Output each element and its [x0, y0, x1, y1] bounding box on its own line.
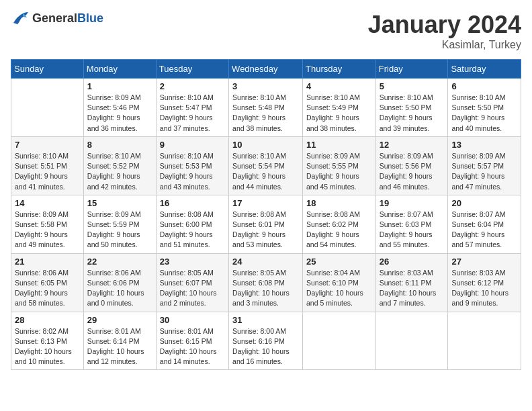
day-number: 16: [160, 198, 225, 208]
day-info: Sunrise: 8:08 AM Sunset: 6:00 PM Dayligh…: [160, 210, 225, 250]
day-number: 8: [87, 140, 152, 150]
logo-bird-icon: [11, 11, 30, 26]
calendar-cell: [11, 79, 84, 137]
day-number: 2: [160, 81, 225, 91]
calendar-cell: [303, 312, 376, 370]
month-title: January 2024: [368, 11, 521, 39]
day-info: Sunrise: 8:01 AM Sunset: 6:14 PM Dayligh…: [87, 326, 152, 367]
day-info: Sunrise: 8:10 AM Sunset: 5:53 PM Dayligh…: [160, 151, 225, 192]
page-header: GeneralBlue January 2024 Kasimlar, Turke…: [11, 11, 521, 51]
day-info: Sunrise: 8:04 AM Sunset: 6:10 PM Dayligh…: [306, 268, 372, 309]
day-number: 21: [15, 257, 80, 267]
day-number: 23: [160, 257, 225, 267]
day-info: Sunrise: 8:07 AM Sunset: 6:03 PM Dayligh…: [380, 210, 445, 250]
day-info: Sunrise: 8:02 AM Sunset: 6:13 PM Dayligh…: [15, 326, 80, 367]
weekday-header-thursday: Thursday: [303, 60, 376, 79]
calendar-cell: 24Sunrise: 8:05 AM Sunset: 6:08 PM Dayli…: [229, 253, 303, 312]
day-number: 13: [451, 140, 517, 150]
day-info: Sunrise: 8:06 AM Sunset: 6:06 PM Dayligh…: [87, 268, 152, 309]
calendar-week-row: 14Sunrise: 8:09 AM Sunset: 5:58 PM Dayli…: [11, 195, 521, 253]
day-number: 5: [380, 81, 445, 91]
day-number: 28: [15, 315, 80, 325]
location-subtitle: Kasimlar, Turkey: [368, 39, 521, 51]
day-number: 9: [160, 140, 225, 150]
day-info: Sunrise: 8:09 AM Sunset: 5:59 PM Dayligh…: [87, 210, 152, 250]
day-info: Sunrise: 8:08 AM Sunset: 6:02 PM Dayligh…: [306, 210, 372, 250]
day-info: Sunrise: 8:09 AM Sunset: 5:46 PM Dayligh…: [87, 93, 152, 134]
calendar-cell: [375, 312, 448, 370]
weekday-header-friday: Friday: [375, 60, 448, 79]
day-number: 30: [160, 315, 225, 325]
day-info: Sunrise: 8:01 AM Sunset: 6:15 PM Dayligh…: [160, 326, 225, 367]
day-number: 24: [232, 257, 299, 267]
calendar-table: SundayMondayTuesdayWednesdayThursdayFrid…: [11, 59, 521, 370]
day-info: Sunrise: 8:10 AM Sunset: 5:51 PM Dayligh…: [15, 151, 80, 192]
calendar-cell: 13Sunrise: 8:09 AM Sunset: 5:57 PM Dayli…: [448, 136, 521, 195]
calendar-cell: 12Sunrise: 8:09 AM Sunset: 5:56 PM Dayli…: [375, 136, 448, 195]
title-area: January 2024 Kasimlar, Turkey: [368, 11, 521, 51]
calendar-week-row: 21Sunrise: 8:06 AM Sunset: 6:05 PM Dayli…: [11, 253, 521, 312]
calendar-week-row: 28Sunrise: 8:02 AM Sunset: 6:13 PM Dayli…: [11, 312, 521, 370]
calendar-cell: 29Sunrise: 8:01 AM Sunset: 6:14 PM Dayli…: [83, 312, 156, 370]
day-info: Sunrise: 8:05 AM Sunset: 6:08 PM Dayligh…: [232, 268, 299, 309]
day-info: Sunrise: 8:10 AM Sunset: 5:50 PM Dayligh…: [380, 93, 445, 134]
calendar-week-row: 7Sunrise: 8:10 AM Sunset: 5:51 PM Daylig…: [11, 136, 521, 195]
weekday-header-wednesday: Wednesday: [229, 60, 303, 79]
day-info: Sunrise: 8:09 AM Sunset: 5:58 PM Dayligh…: [15, 210, 80, 250]
calendar-cell: 18Sunrise: 8:08 AM Sunset: 6:02 PM Dayli…: [303, 195, 376, 253]
day-number: 10: [232, 140, 299, 150]
day-number: 17: [232, 198, 299, 208]
calendar-cell: 23Sunrise: 8:05 AM Sunset: 6:07 PM Dayli…: [156, 253, 228, 312]
day-info: Sunrise: 8:10 AM Sunset: 5:50 PM Dayligh…: [451, 93, 517, 134]
day-number: 20: [451, 198, 517, 208]
calendar-cell: 28Sunrise: 8:02 AM Sunset: 6:13 PM Dayli…: [11, 312, 84, 370]
day-number: 15: [87, 198, 152, 208]
weekday-header-monday: Monday: [83, 60, 156, 79]
day-info: Sunrise: 8:10 AM Sunset: 5:48 PM Dayligh…: [232, 93, 299, 134]
calendar-cell: 26Sunrise: 8:03 AM Sunset: 6:11 PM Dayli…: [375, 253, 448, 312]
calendar-body: 1Sunrise: 8:09 AM Sunset: 5:46 PM Daylig…: [11, 79, 521, 370]
day-info: Sunrise: 8:09 AM Sunset: 5:56 PM Dayligh…: [380, 151, 445, 192]
day-number: 12: [380, 140, 445, 150]
calendar-cell: 25Sunrise: 8:04 AM Sunset: 6:10 PM Dayli…: [303, 253, 376, 312]
weekday-row: SundayMondayTuesdayWednesdayThursdayFrid…: [11, 60, 521, 79]
calendar-cell: 21Sunrise: 8:06 AM Sunset: 6:05 PM Dayli…: [11, 253, 84, 312]
calendar-cell: 1Sunrise: 8:09 AM Sunset: 5:46 PM Daylig…: [83, 79, 156, 137]
day-number: 27: [451, 257, 517, 267]
logo: GeneralBlue: [11, 11, 103, 26]
calendar-cell: 10Sunrise: 8:10 AM Sunset: 5:54 PM Dayli…: [229, 136, 303, 195]
day-number: 18: [306, 198, 372, 208]
calendar-cell: 30Sunrise: 8:01 AM Sunset: 6:15 PM Dayli…: [156, 312, 228, 370]
day-info: Sunrise: 8:10 AM Sunset: 5:52 PM Dayligh…: [87, 151, 152, 192]
calendar-cell: 16Sunrise: 8:08 AM Sunset: 6:00 PM Dayli…: [156, 195, 228, 253]
day-info: Sunrise: 8:05 AM Sunset: 6:07 PM Dayligh…: [160, 268, 225, 309]
day-info: Sunrise: 8:00 AM Sunset: 6:16 PM Dayligh…: [232, 326, 299, 367]
calendar-week-row: 1Sunrise: 8:09 AM Sunset: 5:46 PM Daylig…: [11, 79, 521, 137]
day-number: 22: [87, 257, 152, 267]
day-info: Sunrise: 8:09 AM Sunset: 5:57 PM Dayligh…: [451, 151, 517, 192]
calendar-cell: 2Sunrise: 8:10 AM Sunset: 5:47 PM Daylig…: [156, 79, 228, 137]
calendar-header: SundayMondayTuesdayWednesdayThursdayFrid…: [11, 60, 521, 79]
calendar-cell: 27Sunrise: 8:03 AM Sunset: 6:12 PM Dayli…: [448, 253, 521, 312]
day-info: Sunrise: 8:03 AM Sunset: 6:12 PM Dayligh…: [451, 268, 517, 309]
logo-general: General: [32, 11, 77, 25]
calendar-cell: 19Sunrise: 8:07 AM Sunset: 6:03 PM Dayli…: [375, 195, 448, 253]
calendar-cell: 17Sunrise: 8:08 AM Sunset: 6:01 PM Dayli…: [229, 195, 303, 253]
day-number: 25: [306, 257, 372, 267]
day-number: 19: [380, 198, 445, 208]
day-number: 1: [87, 81, 152, 91]
calendar-cell: 22Sunrise: 8:06 AM Sunset: 6:06 PM Dayli…: [83, 253, 156, 312]
weekday-header-sunday: Sunday: [11, 60, 84, 79]
calendar-cell: 14Sunrise: 8:09 AM Sunset: 5:58 PM Dayli…: [11, 195, 84, 253]
logo-blue: Blue: [77, 11, 103, 25]
day-number: 14: [15, 198, 80, 208]
day-info: Sunrise: 8:10 AM Sunset: 5:47 PM Dayligh…: [160, 93, 225, 134]
day-number: 31: [232, 315, 299, 325]
calendar-cell: 3Sunrise: 8:10 AM Sunset: 5:48 PM Daylig…: [229, 79, 303, 137]
day-number: 29: [87, 315, 152, 325]
calendar-cell: 31Sunrise: 8:00 AM Sunset: 6:16 PM Dayli…: [229, 312, 303, 370]
weekday-header-tuesday: Tuesday: [156, 60, 228, 79]
day-info: Sunrise: 8:06 AM Sunset: 6:05 PM Dayligh…: [15, 268, 80, 309]
day-number: 3: [232, 81, 299, 91]
calendar-cell: 4Sunrise: 8:10 AM Sunset: 5:49 PM Daylig…: [303, 79, 376, 137]
